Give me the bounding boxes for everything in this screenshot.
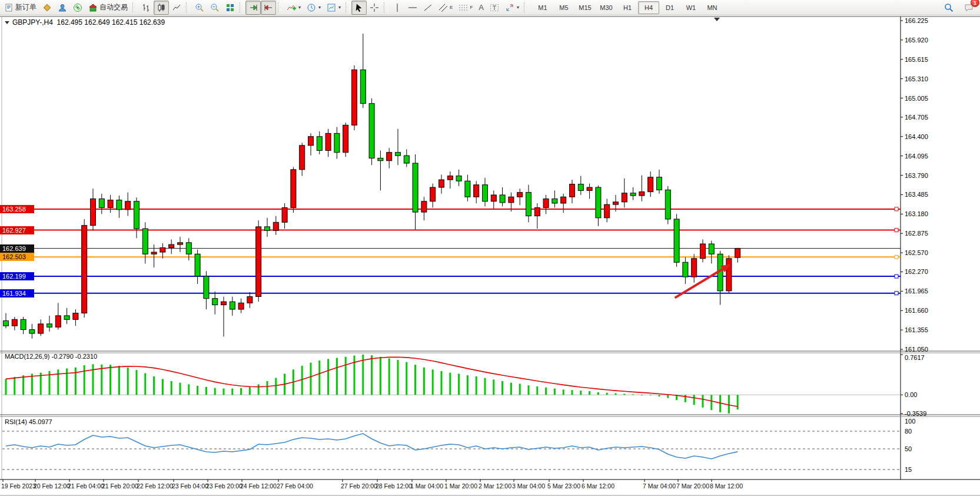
timeframe-button-W1[interactable]: W1	[680, 1, 702, 14]
price-tick-label: 163.485	[905, 191, 928, 198]
channel-tool-button[interactable]: E	[436, 1, 456, 15]
price-tick-label: 164.095	[905, 153, 928, 160]
text-label-tool-button[interactable]	[487, 1, 502, 15]
vertical-line-icon	[393, 3, 402, 12]
timeframe-button-M5[interactable]: M5	[553, 1, 574, 14]
auto-scroll-icon	[248, 3, 258, 12]
timeframe-button-H1[interactable]: H1	[617, 1, 638, 14]
text-tool-button[interactable]: A	[476, 1, 487, 15]
time-axis-label: 21 Feb 20:00	[102, 482, 138, 490]
time-axis-label: 2 Mar 12:00	[479, 482, 511, 490]
time-axis-label: 1 Mar 20:00	[444, 482, 477, 490]
zoom-in-icon	[195, 3, 204, 12]
community-button[interactable]	[55, 1, 70, 15]
notifications-button[interactable]: 1	[961, 1, 976, 15]
indicators-button[interactable]: ▾	[284, 1, 304, 15]
toolbar-grip	[186, 2, 190, 13]
line-chart-icon	[172, 3, 181, 12]
ohlc-bars-icon	[141, 3, 151, 12]
trendline-tool-button[interactable]	[420, 1, 436, 15]
price-tick-label: 163.180	[905, 210, 928, 217]
toolbar-grip	[384, 2, 388, 13]
chart-canvas[interactable]	[0, 0, 980, 496]
time-axis-label: 8 Mar 12:00	[710, 482, 743, 490]
chart-shift-icon	[264, 3, 273, 12]
toolbar-grip	[132, 2, 137, 13]
time-axis-label: 20 Feb 12:00	[34, 482, 70, 490]
search-button[interactable]	[941, 1, 956, 15]
price-level-badge[interactable]: 161.934	[0, 289, 34, 297]
auto-trading-button[interactable]: 自动交易	[85, 1, 131, 15]
time-axis-label: 22 Feb 12:00	[137, 482, 173, 490]
price-tick-label: 161.050	[905, 346, 928, 353]
time-axis-label: 5 Mar 23:00	[547, 482, 580, 490]
rsi-tick-label: 50	[905, 445, 912, 452]
zoom-in-button[interactable]	[192, 1, 207, 15]
chart-symbol-period: GBPJPY-,H4	[12, 18, 53, 27]
price-tick-label: 161.965	[905, 287, 928, 295]
zoom-out-button[interactable]	[207, 1, 222, 15]
timeframe-button-M1[interactable]: M1	[532, 1, 553, 14]
price-tick-label: 165.920	[905, 37, 928, 44]
chart-shift-button[interactable]	[261, 1, 276, 15]
line-chart-mode-button[interactable]	[169, 1, 184, 15]
rsi-value: 45.0977	[29, 418, 52, 425]
new-order-button[interactable]: 新订单	[1, 1, 39, 15]
chart-ohlc-values: 162.495 162.649 162.415 162.639	[57, 18, 165, 27]
time-axis-label: 6 Mar 12:00	[582, 482, 614, 490]
dropdown-caret: ▾	[338, 5, 341, 10]
macd-value: -0.2790	[51, 353, 73, 360]
macd-indicator-label: MACD(12,26,9) -0.2790 -0.2310	[5, 353, 97, 360]
macd-name: MACD(12,26,9)	[5, 353, 49, 360]
timeframe-toolbar: M1M5M15M30H1H4D1W1MN	[532, 1, 723, 14]
horizontal-line-tool-button[interactable]	[405, 1, 420, 15]
price-level-badge[interactable]: 162.503	[0, 253, 34, 261]
indicators-icon	[287, 3, 296, 12]
price-level-badge[interactable]: 162.199	[0, 272, 34, 280]
time-axis-label: 19 Feb 2023	[1, 482, 36, 490]
price-level-badge[interactable]: 163.258	[0, 205, 34, 213]
fibonacci-tool-button[interactable]: F	[456, 1, 476, 15]
trendline-icon	[423, 3, 433, 12]
timeframe-button-MN[interactable]: MN	[702, 1, 723, 14]
cursor-tool-button[interactable]	[351, 1, 367, 15]
time-axis-label: 23 Feb 20:00	[206, 482, 242, 490]
signals-button[interactable]	[70, 1, 85, 15]
price-tick-label: 165.005	[905, 95, 928, 102]
new-order-icon	[4, 3, 14, 12]
macd-tick-label: 0.7617	[905, 354, 925, 361]
templates-button[interactable]: ▾	[324, 1, 344, 15]
cursor-arrow-icon	[354, 3, 364, 12]
time-axis-label: 1 Mar 04:00	[410, 482, 443, 490]
crosshair-tool-button[interactable]	[367, 1, 382, 15]
price-level-badge[interactable]: 162.639	[0, 244, 34, 253]
notification-badge: 1	[971, 0, 979, 7]
time-axis-label: 21 Feb 04:00	[68, 482, 104, 490]
timeframe-button-H4[interactable]: H4	[638, 1, 659, 14]
time-axis-label: 3 Mar 04:00	[512, 482, 545, 490]
price-tick-label: 161.355	[905, 326, 928, 333]
rsi-tick-label: 15	[905, 466, 912, 473]
vertical-line-tool-button[interactable]	[390, 1, 405, 15]
price-level-badge[interactable]: 162.927	[0, 226, 34, 234]
tile-windows-button[interactable]	[222, 1, 238, 15]
arrows-tool-button[interactable]: ▾	[502, 1, 522, 15]
price-tick-label: 163.790	[905, 172, 928, 179]
periods-button[interactable]: ▾	[304, 1, 324, 15]
gold-diamond-icon	[42, 3, 52, 12]
mt4-window: 新订单 自动交易	[0, 0, 980, 496]
candlestick-icon	[157, 3, 166, 12]
candlestick-mode-button[interactable]	[154, 1, 169, 15]
dropdown-caret: ▾	[318, 5, 321, 10]
dropdown-caret: ▾	[298, 5, 301, 10]
timeframe-button-M15[interactable]: M15	[574, 1, 596, 14]
auto-scroll-button[interactable]	[245, 1, 261, 15]
chart-collapse-icon[interactable]	[5, 21, 9, 24]
timeframe-button-M30[interactable]: M30	[596, 1, 617, 14]
market-watch-button[interactable]	[39, 1, 55, 15]
chart-overlay-labels: 166.225165.920165.615165.310165.005164.7…	[0, 0, 980, 496]
time-axis-label: 7 Mar 04:00	[643, 482, 676, 490]
timeframe-button-D1[interactable]: D1	[659, 1, 680, 14]
time-axis-label: 27 Feb 20:00	[341, 482, 377, 490]
bar-chart-mode-button[interactable]	[138, 1, 154, 15]
